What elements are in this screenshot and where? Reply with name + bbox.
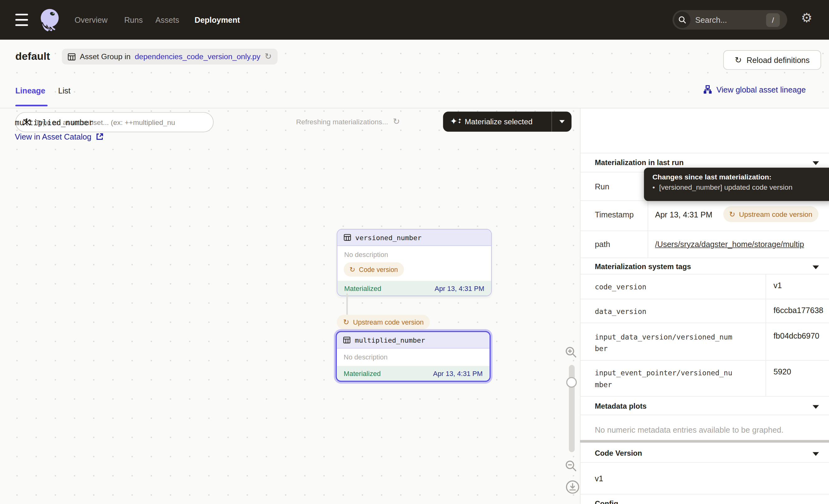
node-header: versioned_number (337, 229, 491, 246)
zoom-out-icon[interactable] (565, 460, 577, 472)
column-divider (648, 200, 648, 257)
search-icon (674, 11, 691, 28)
path-link[interactable]: /Users/sryza/dagster_home/storage/multip (655, 240, 804, 249)
global-lineage-label: View global asset lineage (716, 85, 806, 94)
asset-group-file-link[interactable]: dependencies_code_version_only.py (135, 52, 260, 61)
column-divider (765, 274, 766, 396)
nav-item-assets[interactable]: Assets (155, 15, 179, 24)
node-title: multiplied_number (355, 336, 425, 344)
path-row-label: path (595, 240, 610, 249)
global-search[interactable]: / (672, 10, 787, 30)
asset-group-prefix: Asset Group in (80, 52, 131, 61)
materialized-time: Apr 13, 4:31 PM (435, 284, 484, 292)
tag-value: f6ccba177638 (773, 305, 823, 315)
code-version-icon: ↻ (343, 318, 350, 326)
table-grid-icon (343, 336, 351, 344)
tag-value: 5920 (773, 367, 791, 376)
timestamp-badge-label: Upstream code version (739, 210, 813, 218)
materialize-label: Materialize selected (465, 117, 533, 126)
reload-definitions-button[interactable]: ↻ Reload definitions (723, 50, 821, 70)
table-grid-icon (68, 52, 75, 61)
collapse-chevron-icon[interactable] (813, 265, 819, 269)
code-version-value: v1 (595, 474, 603, 483)
refresh-icon[interactable]: ↻ (265, 52, 272, 61)
node-footer: Materialized Apr 13, 4:31 PM (337, 366, 490, 381)
run-row-label: Run (595, 182, 609, 191)
nav-item-overview[interactable]: Overview (74, 15, 107, 24)
tooltip-title: Changes since last materialization: (652, 173, 825, 181)
tag-key: input_data_version/versioned_number (595, 331, 735, 355)
panel-divider (580, 462, 829, 463)
zoom-slider-thumb[interactable] (566, 377, 577, 388)
materialized-time: Apr 13, 4:31 PM (433, 369, 483, 377)
edge-badge-label: Upstream code version (353, 318, 424, 326)
collapse-chevron-icon[interactable] (813, 161, 819, 165)
timestamp-row-label: Timestamp (595, 210, 634, 219)
dagster-app: Overview Runs Assets Deployment / ⚙ defa… (0, 0, 829, 504)
tag-value: v1 (773, 281, 782, 290)
node-description: No description (337, 246, 491, 261)
panel-divider (580, 396, 829, 397)
node-title: versioned_number (355, 233, 422, 242)
section-system-tags: Materialization system tags (595, 262, 691, 271)
panel-divider (580, 323, 829, 323)
tab-lineage[interactable]: Lineage (15, 86, 45, 95)
panel-divider (580, 415, 829, 415)
code-version-chip[interactable]: ↻ Code version (344, 262, 404, 277)
lineage-edge (346, 293, 348, 315)
dagster-logo-icon[interactable] (36, 6, 62, 33)
lineage-graph-icon (703, 85, 712, 94)
tag-key: data_version (595, 305, 735, 317)
collapse-chevron-icon[interactable] (813, 452, 819, 456)
settings-gear-icon[interactable]: ⚙ (801, 11, 813, 24)
refreshing-label: Refreshing materializations... (296, 118, 388, 125)
code-version-chip-label: Code version (359, 266, 398, 273)
top-navbar: Overview Runs Assets Deployment / ⚙ (0, 0, 829, 40)
section-metadata-plots: Metadata plots (595, 402, 647, 410)
tab-list[interactable]: List (58, 86, 71, 95)
node-header: multiplied_number (337, 332, 490, 349)
reload-definitions-label: Reload definitions (747, 56, 809, 65)
changes-tooltip: Changes since last materialization: • [v… (644, 168, 829, 201)
panel-asset-name: multiplied_number (15, 118, 94, 127)
section-code-version: Code Version (595, 449, 642, 457)
panel-divider (580, 494, 829, 495)
active-tab-underline (15, 105, 48, 106)
search-input[interactable] (695, 15, 766, 24)
tag-key: code_version (595, 281, 735, 292)
nav-item-runs[interactable]: Runs (124, 15, 143, 24)
upstream-code-version-badge: ↻ Upstream code version (337, 315, 430, 330)
code-version-icon: ↻ (729, 211, 735, 218)
panel-divider (580, 153, 829, 153)
tag-key: input_event_pointer/versioned_number (595, 367, 735, 390)
asset-node-multiplied-number[interactable]: multiplied_number No description Materia… (336, 331, 491, 382)
asset-group-badge: Asset Group in dependencies_code_version… (62, 48, 278, 65)
search-shortcut-badge: / (766, 13, 780, 27)
panel-divider (580, 299, 829, 299)
section-materialization-last-run: Materialization in last run (595, 158, 684, 167)
tooltip-list-item: • [versioned_number] updated code versio… (652, 183, 825, 191)
collapse-chevron-icon[interactable] (813, 405, 819, 409)
zoom-in-icon[interactable] (565, 346, 577, 359)
upstream-code-version-badge: ↻ Upstream code version (723, 206, 818, 222)
materialize-selected-button[interactable]: ✦✦✦ Materialize selected (443, 111, 572, 132)
tag-value: fb04dcb6970 (773, 331, 819, 340)
materialized-status: Materialized (344, 284, 381, 292)
reload-icon: ↻ (735, 56, 742, 64)
view-global-asset-lineage-link[interactable]: View global asset lineage (703, 85, 806, 94)
view-in-asset-catalog-link[interactable]: View in Asset Catalog (15, 132, 104, 141)
nav-item-deployment[interactable]: Deployment (195, 15, 240, 24)
panel-divider (580, 360, 829, 361)
download-image-icon[interactable] (566, 480, 580, 494)
section-config: Config (595, 499, 618, 504)
asset-node-versioned-number[interactable]: versioned_number No description ↻ Code v… (337, 229, 492, 296)
refreshing-status: Refreshing materializations... ↻ (296, 117, 400, 126)
bullet-icon: • (652, 183, 655, 191)
hamburger-menu-icon[interactable] (15, 14, 28, 26)
external-link-icon (96, 133, 103, 141)
code-version-icon: ↻ (350, 266, 355, 273)
materialize-dropdown-caret[interactable] (552, 120, 572, 123)
refresh-spinner-icon: ↻ (393, 117, 400, 126)
node-footer: Materialized Apr 13, 4:31 PM (337, 281, 491, 296)
catalog-link-label: View in Asset Catalog (15, 132, 92, 141)
